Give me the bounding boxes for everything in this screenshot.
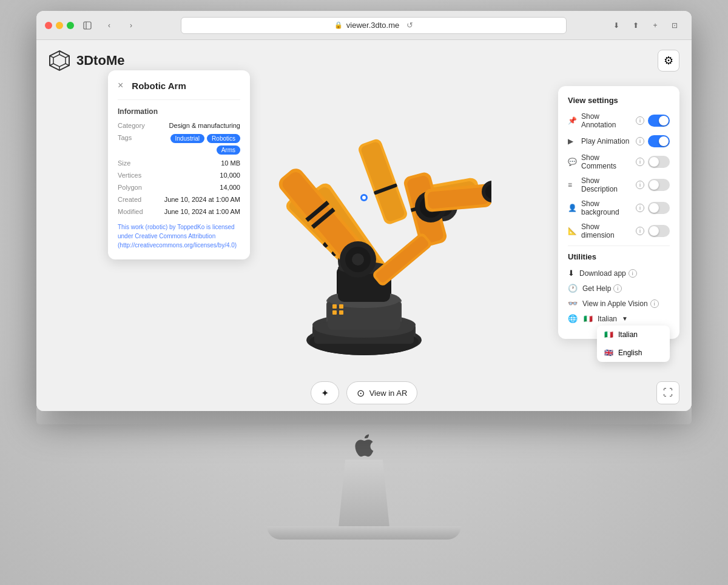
new-tab-button[interactable]: + [647, 19, 664, 32]
utilities-title: Utilities [568, 252, 670, 261]
animation-toggle[interactable] [648, 135, 670, 147]
language-option-english[interactable]: 🇬🇧 English [597, 344, 670, 362]
traffic-light-red[interactable] [45, 22, 52, 29]
info-section-label: Information [118, 107, 240, 116]
svg-rect-45 [332, 304, 337, 309]
settings-row-animation: ▶ Play Animation i [568, 135, 670, 147]
info-divider [118, 99, 240, 100]
tag-robotics[interactable]: Robotics [207, 134, 240, 143]
robot-arm-svg [237, 89, 491, 367]
description-toggle[interactable] [648, 179, 670, 191]
view-settings-title: View settings [568, 96, 670, 105]
dimension-toggle[interactable] [648, 225, 670, 237]
description-info-icon[interactable]: i [636, 181, 644, 189]
robot-arm-3d [237, 89, 491, 367]
dimension-info-icon[interactable]: i [636, 227, 644, 235]
settings-row-dimension: 📐 Show dimension i [568, 222, 670, 239]
ar-icon: ⊙ [357, 387, 365, 399]
italian-flag: 🇮🇹 [604, 330, 613, 339]
comments-label: Show Comments [581, 153, 634, 170]
scatter-icon: ✦ [321, 387, 329, 399]
italian-label: Italian [618, 330, 638, 339]
tag-industrial[interactable]: Industrial [170, 134, 205, 143]
scatter-button[interactable]: ✦ [311, 381, 339, 404]
language-dropdown: 🇮🇹 Italian 🇬🇧 English [597, 326, 670, 362]
dimension-icon: 📐 [568, 227, 578, 235]
help-icon: 🕐 [568, 284, 578, 293]
traffic-lights [45, 22, 74, 29]
settings-row-background: 👤 Show background i [568, 199, 670, 216]
svg-point-75 [362, 196, 366, 199]
back-button[interactable]: ‹ [101, 19, 118, 32]
language-option-italian[interactable]: 🇮🇹 Italian [597, 326, 670, 344]
language-flag: 🇮🇹 [584, 315, 593, 323]
tab-overview-button[interactable]: ⊡ [666, 19, 683, 32]
downloads-button[interactable]: ⬇ [608, 19, 625, 32]
tag-arms[interactable]: Arms [217, 145, 240, 155]
apple-vision-icon: 👓 [568, 299, 578, 308]
animation-label: Play Animation [581, 137, 634, 145]
download-info-icon[interactable]: i [629, 269, 637, 278]
apple-vision-info-icon[interactable]: i [650, 299, 659, 308]
annotation-label: Show Annotation [581, 112, 634, 129]
svg-point-57 [352, 253, 364, 266]
language-label: Italian [598, 315, 617, 323]
browser-content: 3DtoMe ⚙ i × Robotic Arm Information [36, 40, 692, 411]
settings-button[interactable]: ⚙ [658, 50, 679, 72]
english-flag: 🇬🇧 [604, 349, 613, 357]
comments-toggle[interactable] [648, 156, 670, 168]
imac-stand [36, 407, 692, 583]
dimension-label: Show dimension [581, 222, 634, 239]
language-section: 🌐 🇮🇹 Italian ▼ 🇮🇹 Italian 🇬🇧 [568, 314, 670, 323]
info-row-tags: Tags Industrial Robotics Arms [118, 134, 240, 155]
settings-row-comments: 💬 Show Comments i [568, 153, 670, 170]
browser-window: ‹ › 🔒 viewer.3dto.me ↺ ⬇ ⬆ + ⊡ [36, 11, 692, 411]
info-panel-header: × Robotic Arm [118, 80, 240, 91]
annotation-icon: 📌 [568, 116, 578, 125]
comments-info-icon[interactable]: i [636, 158, 644, 166]
sidebar-toggle-button[interactable] [79, 19, 96, 32]
annotation-toggle[interactable] [648, 115, 670, 127]
refresh-icon[interactable]: ↺ [406, 21, 413, 30]
utilities-help[interactable]: 🕐 Get Help i [568, 284, 670, 293]
download-label: Download app [579, 269, 626, 278]
globe-icon: 🌐 [568, 314, 578, 323]
info-row-category: Category Design & manufacturing [118, 122, 240, 129]
background-toggle[interactable] [648, 202, 670, 214]
language-selector[interactable]: 🌐 🇮🇹 Italian ▼ [568, 314, 670, 323]
background-label: Show background [581, 199, 634, 216]
svg-rect-48 [339, 310, 343, 315]
share-button[interactable]: ⬆ [627, 19, 644, 32]
svg-rect-73 [375, 235, 430, 284]
animation-info-icon[interactable]: i [636, 137, 644, 145]
stand-neck [331, 460, 397, 526]
traffic-light-yellow[interactable] [56, 22, 63, 29]
info-row-polygon: Polygon 14,000 [118, 184, 240, 191]
annotation-info-icon[interactable]: i [636, 116, 644, 125]
svg-marker-3 [53, 55, 66, 67]
fullscreen-icon: ⛶ [663, 387, 673, 398]
chrome-right-buttons: ⬇ ⬆ + ⊡ [608, 19, 683, 32]
forward-button[interactable]: › [123, 19, 140, 32]
browser-chrome: ‹ › 🔒 viewer.3dto.me ↺ ⬇ ⬆ + ⊡ [36, 11, 692, 40]
fullscreen-button[interactable]: ⛶ [656, 381, 679, 404]
gear-icon: ⚙ [664, 54, 673, 67]
description-icon: ≡ [568, 181, 578, 189]
address-bar[interactable]: 🔒 viewer.3dto.me ↺ [181, 17, 567, 34]
info-row-created: Created June 10, 2024 at 1:00 AM [118, 196, 240, 203]
info-footer: This work (robotic) by ToppedKo is licen… [118, 222, 240, 250]
bottom-toolbar: ✦ ⊙ View in AR ⛶ [36, 375, 692, 411]
background-info-icon[interactable]: i [636, 204, 644, 212]
utilities-download[interactable]: ⬇ Download app i [568, 269, 670, 278]
view-ar-button[interactable]: ⊙ View in AR [346, 381, 418, 404]
info-close-button[interactable]: × [118, 80, 123, 91]
utilities-apple-vision[interactable]: 👓 View in Apple Vision i [568, 299, 670, 308]
comments-icon: 💬 [568, 158, 578, 166]
help-info-icon[interactable]: i [613, 284, 622, 293]
traffic-light-green[interactable] [67, 22, 74, 29]
help-label: Get Help [582, 284, 611, 293]
svg-rect-47 [332, 310, 337, 315]
svg-rect-0 [84, 22, 91, 29]
chevron-down-icon: ▼ [622, 315, 628, 322]
background-icon: 👤 [568, 204, 578, 212]
